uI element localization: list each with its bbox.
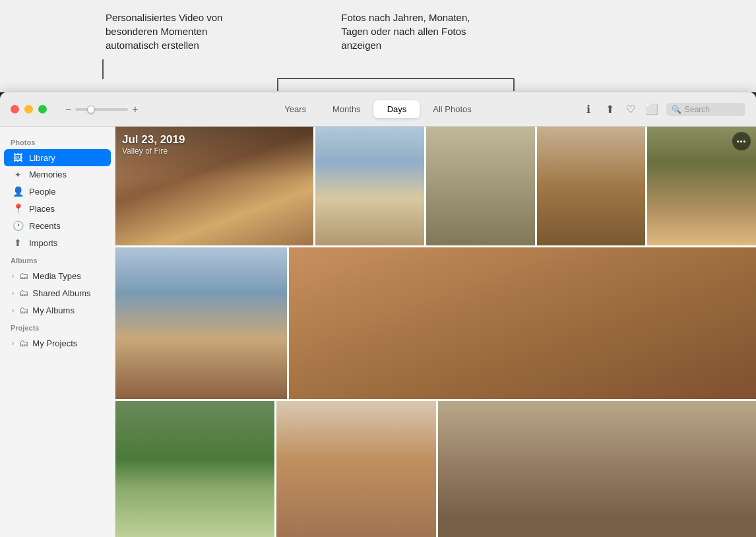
frame-button[interactable]: ⬜	[645, 103, 658, 116]
tab-years[interactable]: Years	[271, 100, 319, 118]
photo-thumb-2[interactable]	[426, 127, 535, 245]
photo-desert-main[interactable]: Jul 23, 2019 Valley of Fire	[115, 127, 313, 245]
sidebar-item-places[interactable]: 📍 Places	[4, 200, 111, 217]
search-placeholder: Search	[685, 105, 710, 114]
annotation-bracket	[277, 78, 515, 91]
photo-main-date[interactable]: Jul 23, 2019 Valley of Fire	[115, 127, 313, 245]
tooltip-area: Personalisiertes Video von besonderen Mo…	[0, 0, 756, 92]
traffic-lights	[0, 105, 57, 113]
tab-months[interactable]: Months	[319, 100, 374, 118]
my-projects-icon: 🗂	[18, 338, 30, 348]
sidebar-label-places: Places	[29, 204, 55, 214]
annotation-line-left	[102, 59, 104, 79]
heart-button[interactable]: ♡	[624, 103, 637, 116]
sidebar-label-imports: Imports	[29, 238, 57, 248]
tab-bar: Years Months Days All Photos	[271, 100, 485, 118]
sidebar-item-shared-albums[interactable]: › 🗂 Shared Albums	[4, 284, 111, 301]
tab-all-photos[interactable]: All Photos	[420, 100, 485, 118]
sidebar-item-media-types[interactable]: › 🗂 Media Types	[4, 267, 111, 284]
chevron-icon: ›	[12, 272, 14, 280]
sidebar-section-projects: Projects	[0, 319, 115, 334]
library-icon: 🖼	[12, 152, 24, 163]
top-row-thumbs: •••	[315, 127, 756, 245]
slider-thumb[interactable]	[87, 106, 95, 113]
second-row	[115, 247, 756, 399]
tooltip-left: Personalisiertes Video von besonderen Mo…	[106, 11, 222, 52]
chevron-icon-4: ›	[12, 340, 14, 347]
info-button[interactable]: ℹ	[582, 103, 595, 116]
search-box[interactable]: 🔍 Search	[666, 103, 745, 116]
photo-portrait-2[interactable]	[276, 401, 435, 537]
zoom-in-button[interactable]: +	[132, 104, 138, 115]
photo-right-large[interactable]	[289, 247, 756, 399]
recents-icon: 🕐	[12, 220, 24, 231]
sidebar-label-shared-albums: Shared Albums	[32, 288, 90, 298]
more-button[interactable]: •••	[732, 132, 751, 150]
app-window: − + Years Months Days All Photos ℹ ⬆ ♡ ⬜…	[0, 92, 756, 537]
sidebar-item-library[interactable]: 🖼 Library	[4, 149, 111, 166]
day-location-label: Valley of Fire	[122, 146, 185, 156]
share-button[interactable]: ⬆	[603, 103, 616, 116]
memories-icon: ✦	[12, 170, 24, 179]
zoom-out-button[interactable]: −	[65, 104, 71, 115]
minimize-button[interactable]	[24, 105, 33, 113]
maximize-button[interactable]	[38, 105, 47, 113]
zoom-slider[interactable]: − +	[57, 104, 146, 115]
photo-thumb-3[interactable]	[537, 127, 646, 245]
day-group-1: Jul 23, 2019 Valley of Fire	[115, 127, 756, 537]
sidebar-item-recents[interactable]: 🕐 Recents	[4, 217, 111, 234]
sidebar-label-memories: Memories	[29, 170, 67, 179]
sidebar-label-media-types: Media Types	[32, 271, 80, 281]
photo-thumb-1[interactable]	[315, 127, 424, 245]
media-types-icon: 🗂	[18, 270, 30, 281]
sidebar-section-albums: Albums	[0, 251, 115, 267]
chevron-icon-2: ›	[12, 290, 14, 297]
tooltip-right: Fotos nach Jahren, Monaten, Tagen oder n…	[341, 11, 470, 52]
sidebar-section-photos: Photos	[0, 133, 115, 149]
photo-portrait-1[interactable]	[115, 401, 274, 537]
sidebar-item-memories[interactable]: ✦ Memories	[4, 166, 111, 183]
shared-albums-icon: 🗂	[18, 288, 30, 298]
sidebar-item-my-projects[interactable]: › 🗂 My Projects	[4, 334, 111, 352]
imports-icon: ⬆	[12, 237, 24, 248]
places-icon: 📍	[12, 203, 24, 214]
sidebar-label-my-albums: My Albums	[32, 305, 75, 315]
sidebar-label-people: People	[29, 187, 55, 197]
my-albums-icon: 🗂	[18, 305, 30, 315]
top-row: Jul 23, 2019 Valley of Fire	[115, 127, 756, 245]
photo-grid[interactable]: Jul 23, 2019 Valley of Fire	[115, 127, 756, 537]
content-area: Photos 🖼 Library ✦ Memories 👤 People 📍 P…	[0, 127, 756, 537]
sidebar-item-my-albums[interactable]: › 🗂 My Albums	[4, 301, 111, 319]
sidebar: Photos 🖼 Library ✦ Memories 👤 People 📍 P…	[0, 127, 115, 537]
slider-track[interactable]	[75, 108, 128, 111]
search-icon: 🔍	[672, 105, 681, 114]
photo-wide-1[interactable]	[438, 401, 757, 537]
sidebar-label-my-projects: My Projects	[32, 338, 77, 348]
tab-days[interactable]: Days	[374, 100, 420, 118]
day-date-label: Jul 23, 2019	[122, 133, 185, 146]
people-icon: 👤	[12, 186, 24, 197]
close-button[interactable]	[11, 105, 19, 113]
third-row	[115, 401, 756, 537]
sidebar-item-people[interactable]: 👤 People	[4, 183, 111, 200]
title-bar: − + Years Months Days All Photos ℹ ⬆ ♡ ⬜…	[0, 92, 756, 127]
sidebar-item-imports[interactable]: ⬆ Imports	[4, 234, 111, 251]
photo-thumb-4[interactable]: •••	[647, 127, 756, 245]
sidebar-label-library: Library	[29, 153, 55, 163]
toolbar-actions: ℹ ⬆ ♡ ⬜ 🔍 Search	[582, 103, 745, 116]
sidebar-label-recents: Recents	[29, 221, 61, 231]
photo-left-landscape[interactable]	[115, 247, 287, 399]
chevron-icon-3: ›	[12, 307, 14, 314]
